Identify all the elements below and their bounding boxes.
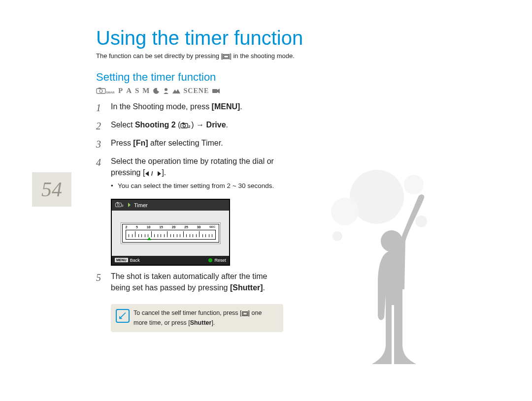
svg-text:2: 2 (188, 124, 191, 129)
svg-point-6 (165, 88, 167, 91)
chevron-right-icon (128, 202, 131, 208)
step-body: The shot is taken automatically after th… (111, 271, 278, 293)
intro-prefix: The function can be set directly by pres… (96, 52, 223, 60)
svg-rect-18 (243, 312, 247, 315)
step-text: ]. (162, 168, 166, 177)
ruler-label: 15 (159, 225, 163, 229)
menu-label: [MENU] (212, 102, 240, 111)
svg-point-9 (183, 124, 186, 127)
step-2: 2 Select Shooting 2 (2) → Drive. (96, 119, 278, 133)
camera-screen-body: 2 5 10 15 20 25 30 SEC (112, 211, 229, 256)
drive-label: Drive (206, 121, 226, 129)
video-mode-icon (212, 88, 220, 94)
shutter-label: Shutter (190, 319, 212, 326)
camera2-icon: 2 (180, 121, 191, 132)
ruler-label: 2 (126, 225, 128, 229)
svg-rect-7 (212, 89, 217, 93)
mode-icons-row: SMART P A S M SCENE (96, 87, 441, 95)
step-number: 1 (96, 101, 105, 115)
ruler-label: 10 (147, 225, 151, 229)
page-number: 54 (32, 172, 71, 207)
step-body: Press [Fn] after selecting Timer. (111, 137, 278, 152)
step-text: after selecting Timer. (148, 139, 223, 147)
fn-label: [Fn] (133, 139, 148, 147)
svg-rect-1 (224, 56, 229, 58)
intro-suffix: ] in the shooting mode. (230, 52, 295, 60)
svg-rect-4 (99, 88, 101, 89)
svg-point-3 (100, 90, 102, 93)
note-box: To cancel the self timer function, press… (111, 304, 283, 332)
ruler-label: 20 (172, 225, 176, 229)
section-heading: Setting the timer function (96, 71, 441, 84)
mode-s: S (135, 87, 139, 95)
child-silhouette-illustration (318, 167, 456, 369)
camera-screen-header: 2 Timer (112, 200, 229, 211)
svg-text:2: 2 (122, 204, 124, 207)
step-body: In the Shooting mode, press [MENU]. (111, 101, 278, 115)
step-text: . (240, 102, 242, 111)
step-1: 1 In the Shooting mode, press [MENU]. (96, 101, 278, 115)
svg-point-14 (117, 204, 119, 206)
step-text: . (263, 283, 265, 292)
note-icon (116, 309, 130, 323)
menu-chip: MENU (115, 258, 128, 262)
step-body: Select Shooting 2 (2) → Drive. (111, 119, 278, 133)
step-text: ( (176, 121, 181, 129)
note-text: ]. (211, 319, 215, 326)
camera-screen-footer: MENU Back Reset (112, 256, 229, 265)
steps-list: 1 In the Shooting mode, press [MENU]. 2 … (96, 101, 278, 293)
step-body: Select the operation time by rotating th… (111, 155, 278, 195)
mode-p: P (118, 87, 123, 95)
intro-text: The function can be set directly by pres… (96, 52, 441, 61)
footer-reset: Reset (214, 258, 226, 263)
drive-button-icon (242, 310, 248, 319)
ruler-label: 30 (197, 225, 201, 229)
footer-back: Back (130, 258, 140, 263)
scene-mode-label: SCENE (184, 87, 209, 95)
camera-header-label: Timer (134, 202, 148, 208)
step-number: 4 (96, 155, 105, 195)
step-4: 4 Select the operation time by rotating … (96, 155, 278, 195)
step-text: Select the operation time by rotating th… (111, 157, 274, 177)
ruler-pointer-icon (147, 237, 151, 240)
step4-bullet: You can select the timer setting from 2 … (111, 182, 278, 190)
timer-ruler: 2 5 10 15 20 25 30 SEC (122, 224, 219, 243)
svg-point-20 (331, 198, 359, 225)
step-text: Press (111, 139, 133, 147)
step-number: 5 (96, 271, 105, 293)
shooting2-label: Shooting 2 (135, 121, 176, 129)
step-text: Select (111, 121, 135, 129)
svg-text:SMART: SMART (106, 91, 115, 94)
step-3: 3 Press [Fn] after selecting Timer. (96, 137, 278, 152)
left-right-icon: / (145, 168, 162, 180)
step-text: ) → (191, 121, 206, 129)
camera-screen-illustration: 2 Timer 2 5 10 15 20 25 30 SEC (111, 199, 230, 266)
mode-a: A (126, 87, 132, 95)
svg-text:/: / (151, 171, 153, 177)
ruler-label-sec: SEC (209, 225, 215, 229)
mode-m: M (142, 87, 149, 95)
ruler-label: 5 (136, 225, 138, 229)
landscape-mode-icon (172, 88, 180, 93)
step-number: 2 (96, 119, 105, 133)
step-text: . (226, 121, 228, 129)
night-mode-icon (153, 88, 160, 94)
portrait-mode-icon (163, 88, 169, 94)
svg-rect-13 (115, 203, 121, 207)
step-number: 3 (96, 137, 105, 152)
svg-point-21 (404, 175, 424, 194)
svg-point-23 (332, 231, 342, 241)
note-text: To cancel the self timer function, press… (133, 309, 242, 316)
svg-point-22 (415, 216, 427, 227)
svg-rect-10 (182, 123, 184, 124)
smart-mode-icon: SMART (96, 87, 115, 95)
ok-dot-icon (208, 258, 212, 262)
page-title: Using the timer function (96, 27, 441, 49)
step-5: 5 The shot is taken automatically after … (96, 271, 278, 293)
svg-rect-15 (117, 202, 118, 203)
camera2-icon: 2 (115, 202, 125, 209)
step-text: In the Shooting mode, press (111, 102, 212, 111)
ruler-label: 25 (184, 225, 188, 229)
drive-button-icon (223, 54, 230, 61)
shutter-label: [Shutter] (230, 283, 263, 292)
